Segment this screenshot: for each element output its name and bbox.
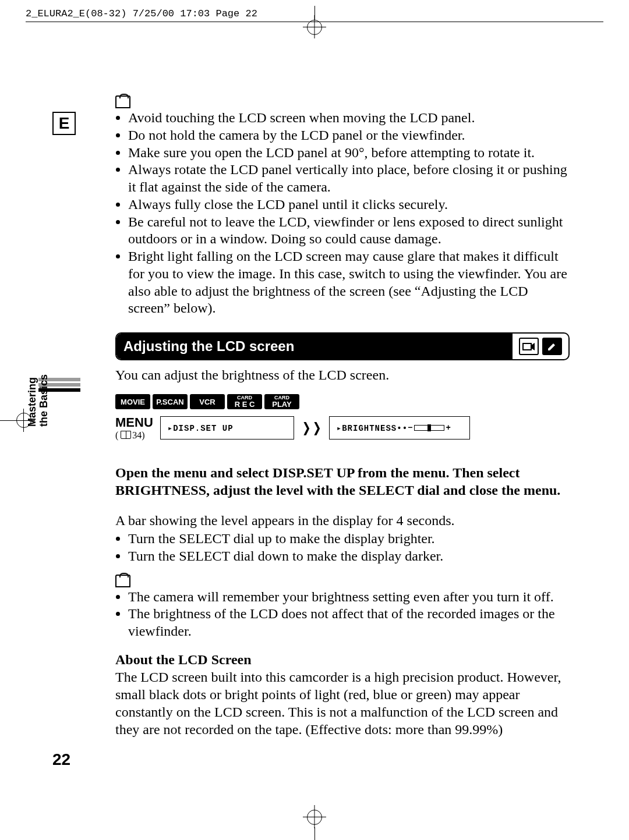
page-content: Avoid touching the LCD screen when movin… xyxy=(115,95,570,738)
registration-mark-bottom xyxy=(303,805,326,834)
registration-mark-left xyxy=(0,409,35,432)
side-tab: Mastering the Basics xyxy=(38,378,80,420)
note-item: Be careful not to leave the LCD, viewfin… xyxy=(128,214,570,249)
about-body: The LCD screen built into this camcorder… xyxy=(115,668,570,738)
note-item: Always rotate the LCD panel vertically i… xyxy=(128,161,570,196)
dial-item: Turn the SELECT dial up to make the disp… xyxy=(128,530,570,548)
bar-behavior-text: A bar showing the level appears in the d… xyxy=(115,512,570,529)
svg-rect-0 xyxy=(523,343,531,350)
note-item: Avoid touching the LCD screen when movin… xyxy=(128,109,570,127)
mode-chip-card-play: CARD PLAY xyxy=(264,394,299,409)
note-item: Make sure you open the LCD panel at 90°,… xyxy=(128,144,570,162)
double-arrow-icon: ❭❭ xyxy=(301,420,322,435)
note-icon xyxy=(115,95,130,108)
bold-instruction: Open the menu and select DISP.SET UP fro… xyxy=(115,464,570,499)
menu-page-ref: ( 34) xyxy=(115,430,153,441)
note-item: Bright light falling on the LCD screen m… xyxy=(128,248,570,317)
language-indicator: E xyxy=(52,112,76,135)
mode-chip-vcr: VCR xyxy=(190,394,225,409)
menu-navigation-row: MENU ( 34) ▸DISP.SET UP ❭❭ ▸BRIGHTNESS••… xyxy=(115,415,570,441)
mode-chip-pscan: P.SCAN xyxy=(153,394,188,409)
registration-mark-top xyxy=(303,19,326,42)
note-item: The camera will remember your brightness… xyxy=(128,589,570,606)
mode-chip-card-rec: CARD R E C xyxy=(227,394,262,409)
menu-label: MENU xyxy=(115,415,153,430)
note-item: Always fully close the LCD panel until i… xyxy=(128,196,570,214)
brightness-bar-icon xyxy=(414,425,444,431)
dial-item: Turn the SELECT dial down to make the di… xyxy=(128,548,570,565)
note-item: Do not hold the camera by the LCD panel … xyxy=(128,127,570,144)
menu-box-brightness: ▸BRIGHTNESS•• − + xyxy=(329,416,470,440)
note-icon xyxy=(115,575,130,587)
note-item: The brightness of the LCD does not affec… xyxy=(128,605,570,640)
dial-list: Turn the SELECT dial up to make the disp… xyxy=(115,530,570,565)
menu-label-block: MENU ( 34) xyxy=(115,415,153,441)
mode-chip-row: MOVIE P.SCAN VCR CARD R E C CARD PLAY xyxy=(115,394,570,409)
book-icon xyxy=(121,431,131,439)
camera-icon xyxy=(519,338,539,355)
page-number: 22 xyxy=(52,750,70,769)
header-slug: 2_ELURA2_E(08-32) 7/25/00 17:03 Page 22 xyxy=(26,8,257,19)
menu-box-dispsetup: ▸DISP.SET UP xyxy=(160,416,294,440)
section-heading: Adjusting the LCD screen xyxy=(116,334,513,359)
note-list-2: The camera will remember your brightness… xyxy=(115,589,570,640)
section-heading-bar: Adjusting the LCD screen xyxy=(115,332,570,360)
intro-text: You can adjust the brightness of the LCD… xyxy=(115,366,570,384)
about-heading: About the LCD Screen xyxy=(115,651,570,668)
note-list-1: Avoid touching the LCD screen when movin… xyxy=(115,109,570,317)
pencil-icon xyxy=(542,338,562,355)
mode-chip-movie: MOVIE xyxy=(115,394,150,409)
